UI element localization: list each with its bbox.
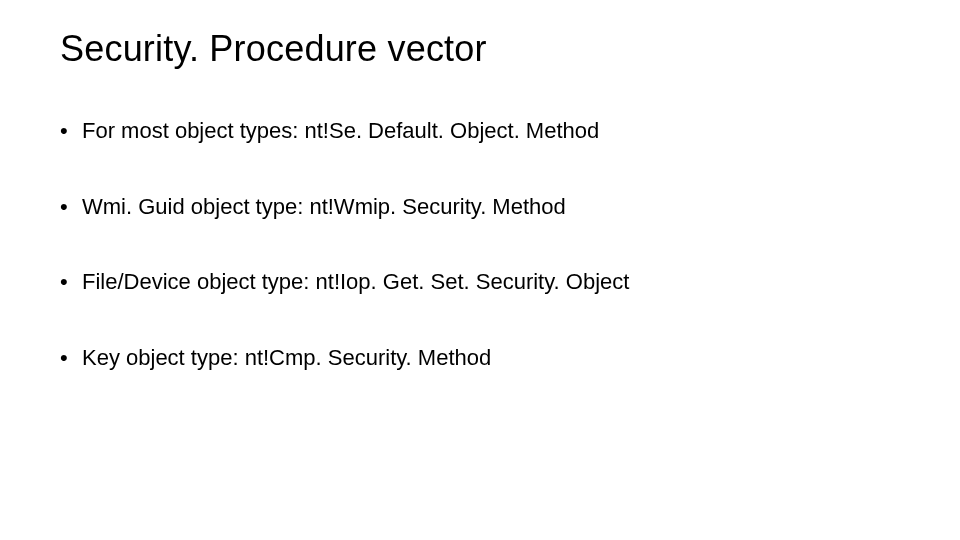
bullet-text: File/Device object type: nt!Iop. Get. Se… [82,269,629,294]
list-item: Wmi. Guid object type: nt!Wmip. Security… [60,193,900,221]
list-item: For most object types: nt!Se. Default. O… [60,117,900,145]
slide: Security. Procedure vector For most obje… [0,0,960,540]
bullet-text: For most object types: nt!Se. Default. O… [82,118,599,143]
bullet-list: For most object types: nt!Se. Default. O… [60,117,900,371]
list-item: File/Device object type: nt!Iop. Get. Se… [60,268,900,296]
bullet-text: Wmi. Guid object type: nt!Wmip. Security… [82,194,566,219]
bullet-text: Key object type: nt!Cmp. Security. Metho… [82,345,491,370]
slide-title: Security. Procedure vector [60,28,900,69]
list-item: Key object type: nt!Cmp. Security. Metho… [60,344,900,372]
